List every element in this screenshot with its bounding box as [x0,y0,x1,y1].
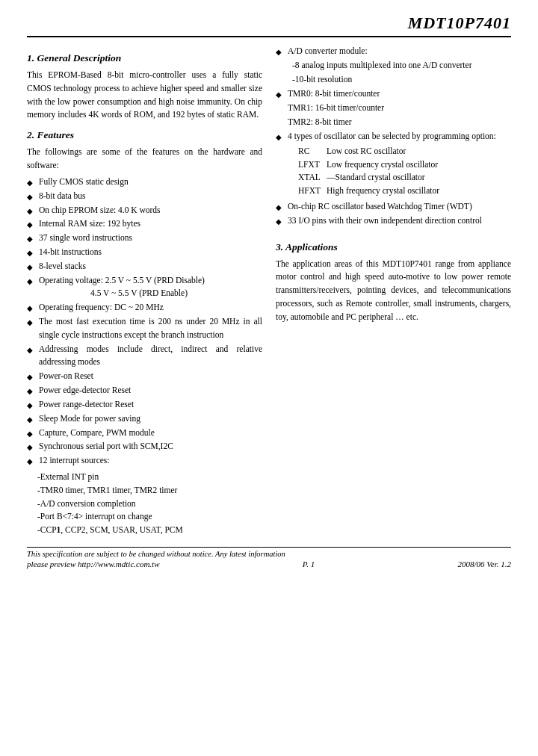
list-item: ◆ 33 I/O pins with their own independent… [276,214,511,228]
feature-item: Power range-detector Reset [39,398,262,412]
feature-item: Sleep Mode for power saving [39,412,262,426]
bullet-icon: ◆ [27,441,39,453]
list-item: ◆ 14-bit instructions [27,246,262,259]
bullet-icon: ◆ [276,131,288,143]
feature-item: Operating voltage: 2.5 V ~ 5.5 V (PRD Di… [39,274,262,301]
list-item: ◆ Operating frequency: DC ~ 20 MHz [27,301,262,315]
feature-item: On chip EPROM size: 4.0 K words [39,204,262,217]
bullet-icon: ◆ [27,385,39,397]
section-applications-title: 3. Applications [276,241,511,253]
list-item: -External INT pin [37,471,262,484]
bullet-icon: ◆ [27,317,39,329]
page-title: MDT10P7401 [27,13,511,37]
section-general-title: 1. General Description [27,52,262,64]
list-item: ◆ Fully CMOS static design [27,176,262,189]
list-item: ◆ TMR0: 8-bit timer/counter [276,87,511,101]
right-feature-item: A/D converter module: -8 analog inputs m… [288,45,511,87]
bullet-icon: ◆ [27,276,39,288]
features-intro: The followings are some of the features … [27,146,262,173]
osc-desc: —Standard crystal oscillator [327,171,425,185]
list-item: -CCP1, CCP2, SCM, USAR, USAT, PCM [37,524,262,537]
list-item: ◆ 12 interrupt sources: [27,454,262,468]
oscillator-table: RC Low cost RC oscillator LFXT Low frequ… [288,145,511,198]
page: MDT10P7401 1. General Description This E… [0,0,538,756]
feature-item: The most fast execution time is 200 ns u… [39,315,262,342]
feature-item: 8-bit data bus [39,190,262,203]
osc-row-hfxt: HFXT High frequency crystal oscillator [298,185,511,198]
bullet-icon: ◆ [27,303,39,315]
feature-item: 12 interrupt sources: [39,454,262,468]
list-item: ◆ On-chip RC oscillator based Watchdog T… [276,200,511,214]
bullet-icon: ◆ [27,191,39,203]
list-item: ◆ 8-bit data bus [27,190,262,203]
feature-item: Synchronous serial port with SCM,I2C [39,440,262,453]
bullet-icon: ◆ [276,89,288,101]
right-feature-item: TMR0: 8-bit timer/counter [288,87,511,101]
list-item: ◆ The most fast execution time is 200 ns… [27,315,262,342]
feature-item: 14-bit instructions [39,246,262,259]
bullet-icon: ◆ [276,202,288,214]
bullet-icon: ◆ [27,371,39,383]
interrupt-list: -External INT pin -TMR0 timer, TMR1 time… [27,471,262,537]
list-item: -TMR0 timer, TMR1 timer, TMR2 timer [37,484,262,498]
bullet-icon: ◆ [276,46,288,58]
bullet-icon: ◆ [27,261,39,273]
bullet-icon: ◆ [27,428,39,440]
section-features-title: 2. Features [27,129,262,141]
osc-code: LFXT [298,158,322,172]
feature-item: 37 single word instructions [39,232,262,245]
bullet-icon: ◆ [27,233,39,245]
bullet-icon: ◆ [27,400,39,412]
osc-code: RC [298,145,322,158]
osc-code: XTAL [298,171,322,185]
bullet-icon: ◆ [27,247,39,259]
feature-item: Operating frequency: DC ~ 20 MHz [39,301,262,315]
list-item: ◆ Synchronous serial port with SCM,I2C [27,440,262,453]
list-item: ◆ A/D converter module: -8 analog inputs… [276,45,511,87]
list-item: TMR2: 8-bit timer [276,116,511,129]
feature-item: Addressing modes include direct, indirec… [39,343,262,370]
bullet-icon: ◆ [27,414,39,426]
feature-item: Internal RAM size: 192 bytes [39,217,262,231]
footer-bottom: please preview http://www.mdtic.com.tw P… [27,560,511,568]
feature-item: Capture, Compare, PWM module [39,427,262,440]
list-item: ◆ 8-level stacks [27,260,262,273]
feature-item: Fully CMOS static design [39,176,262,189]
left-column: 1. General Description This EPROM-Based … [27,45,262,538]
list-item: ◆ Operating voltage: 2.5 V ~ 5.5 V (PRD … [27,274,262,301]
footer: This specification are subject to be cha… [27,547,511,568]
list-item: ◆ Internal RAM size: 192 bytes [27,217,262,231]
feature-item: Power-on Reset [39,370,262,383]
list-item: ◆ 4 types of oscillator can be selected … [276,130,511,199]
applications-text: The application areas of this MDT10P7401… [276,258,511,324]
osc-row-xtal: XTAL —Standard crystal oscillator [298,171,511,185]
list-item: -8 analog inputs multiplexed into one A/… [292,59,511,72]
general-description-text: This EPROM-Based 8-bit micro-controller … [27,69,262,122]
list-item: -Port B<7:4> interrupt on change [37,510,262,524]
osc-desc: Low frequency crystal oscillator [327,158,438,172]
bullet-icon: ◆ [27,219,39,231]
list-item: ◆ Addressing modes include direct, indir… [27,343,262,370]
footer-page: P. 1 [160,560,458,568]
feature-item: Power edge-detector Reset [39,384,262,397]
main-content: 1. General Description This EPROM-Based … [27,45,511,538]
bullet-icon: ◆ [27,456,39,468]
bullet-icon: ◆ [27,344,39,356]
features-list: ◆ Fully CMOS static design ◆ 8-bit data … [27,176,262,468]
footer-url: please preview http://www.mdtic.com.tw [27,560,160,568]
osc-desc: Low cost RC oscillator [327,145,406,158]
list-item: ◆ Capture, Compare, PWM module [27,427,262,440]
right-feature-item: On-chip RC oscillator based Watchdog Tim… [288,200,511,214]
right-feature-item: 4 types of oscillator can be selected by… [288,130,511,199]
right-features-list: ◆ A/D converter module: -8 analog inputs… [276,45,511,228]
list-item: ◆ Power range-detector Reset [27,398,262,412]
list-item: ◆ 37 single word instructions [27,232,262,245]
footer-version: 2008/06 Ver. 1.2 [458,560,512,568]
bullet-icon: ◆ [276,216,288,228]
bullet-icon: ◆ [27,177,39,189]
osc-row-rc: RC Low cost RC oscillator [298,145,511,158]
list-item: ◆ Sleep Mode for power saving [27,412,262,426]
right-feature-item: 33 I/O pins with their own independent d… [288,214,511,228]
list-item: -A/D conversion completion [37,498,262,511]
osc-row-lfxt: LFXT Low frequency crystal oscillator [298,158,511,172]
